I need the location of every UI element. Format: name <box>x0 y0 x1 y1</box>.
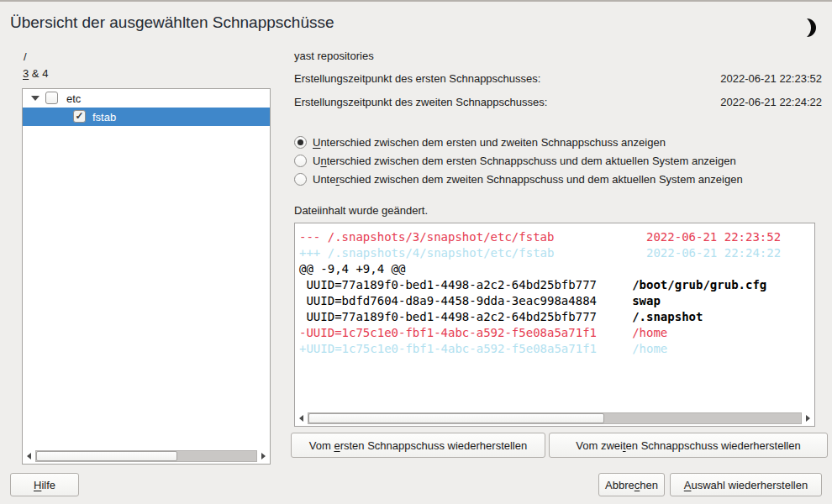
radio-diff-first-second[interactable]: Unterschied zwischen dem ersten und zwei… <box>294 134 666 150</box>
diff-line: --- /.snapshots/3/snapshot/etc/fstab 202… <box>299 229 781 245</box>
diff-line: UUID=77a189f0-bed1-4498-a2c2-64bd25bfb77… <box>299 309 781 325</box>
tree-row-fstab[interactable]: ✓ fstab <box>23 108 270 126</box>
help-button[interactable]: Hilfe <box>10 473 79 496</box>
scroll-right-icon[interactable] <box>802 412 814 425</box>
subvolume-path-label: / <box>24 50 27 63</box>
diff-line: UUID=77a189f0-bed1-4498-a2c2-64bd25bfb77… <box>299 277 781 293</box>
scrollbar-thumb[interactable] <box>36 451 177 461</box>
diff-line: -UUID=1c75c1e0-fbf1-4abc-a592-f5e08a5a71… <box>299 325 781 341</box>
radio-diff-second-current[interactable]: Unterschied zwischen dem zweiten Schnapp… <box>294 171 743 186</box>
snapshot-pair-label: 3 & 4 <box>23 67 48 80</box>
diff-viewer: --- /.snapshots/3/snapshot/etc/fstab 202… <box>294 223 815 427</box>
diff-line: UUID=bdfd7604-d8a9-4458-9dda-3eac998a488… <box>299 293 781 309</box>
checkbox-etc[interactable] <box>45 92 58 104</box>
scrollbar-trough[interactable] <box>308 412 802 424</box>
diff-horizontal-scrollbar[interactable] <box>296 412 814 425</box>
tree-row-etc[interactable]: etc <box>23 89 270 108</box>
scroll-right-icon[interactable] <box>257 449 269 463</box>
diff-content: --- /.snapshots/3/snapshot/etc/fstab 202… <box>299 229 781 357</box>
radio-icon[interactable] <box>294 155 307 167</box>
tree-horizontal-scrollbar[interactable] <box>24 449 269 463</box>
tree-item-label: fstab <box>92 111 116 123</box>
diff-line: +UUID=1c75c1e0-fbf1-4abc-a592-f5e08a5a71… <box>299 341 781 357</box>
diff-line: @@ -9,4 +9,4 @@ <box>299 261 781 277</box>
cancel-button[interactable]: Abbrechen <box>598 473 665 496</box>
radio-diff-first-current[interactable]: Unterschied zwischen dem ersten Schnapps… <box>294 153 736 168</box>
page-title: Übersicht der ausgewählten Schnappschüss… <box>10 13 334 32</box>
scroll-left-icon[interactable] <box>24 449 35 463</box>
diff-line: +++ /.snapshots/4/snapshot/etc/fstab 202… <box>299 245 781 261</box>
scrollbar-trough[interactable] <box>35 450 257 462</box>
restore-from-first-button[interactable]: Vom ersten Schnappschuss wiederherstelle… <box>291 433 545 458</box>
second-snapshot-time-value: 2022-06-21 22:24:22 <box>720 96 822 108</box>
second-snapshot-time-label: Erstellungszeitpunkt des zweiten Schnapp… <box>294 96 547 108</box>
snapper-overview-dialog: Übersicht der ausgewählten Schnappschüss… <box>0 0 832 504</box>
chevron-down-icon[interactable] <box>31 96 39 101</box>
radio-selected-icon[interactable] <box>294 136 307 149</box>
scrollbar-thumb[interactable] <box>308 413 604 423</box>
restore-from-second-button[interactable]: Vom zweiten Schnappschuss wiederherstell… <box>549 433 828 458</box>
first-snapshot-time-value: 2022-06-21 22:23:52 <box>720 72 822 85</box>
snapper-config-name: yast repositories <box>294 50 374 62</box>
checkbox-fstab[interactable]: ✓ <box>73 110 86 123</box>
restore-selection-button[interactable]: Auswahl wiederherstellen <box>670 473 822 496</box>
radio-icon[interactable] <box>294 173 307 186</box>
crescent-icon <box>803 18 818 38</box>
diff-caption: Dateiinhalt wurde geändert. <box>294 204 428 217</box>
tree-item-label: etc <box>66 92 81 105</box>
scroll-left-icon[interactable] <box>296 412 308 425</box>
first-snapshot-time-label: Erstellungszeitpunkt des ersten Schnapps… <box>294 72 540 85</box>
changed-files-tree: etc ✓ fstab <box>22 88 271 465</box>
